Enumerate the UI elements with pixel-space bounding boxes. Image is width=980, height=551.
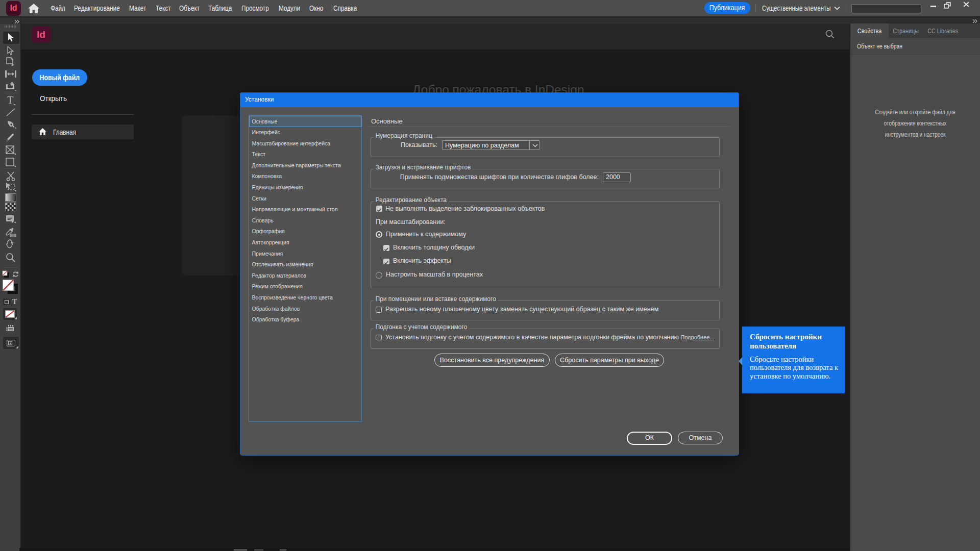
svg-text:T: T xyxy=(7,95,13,106)
